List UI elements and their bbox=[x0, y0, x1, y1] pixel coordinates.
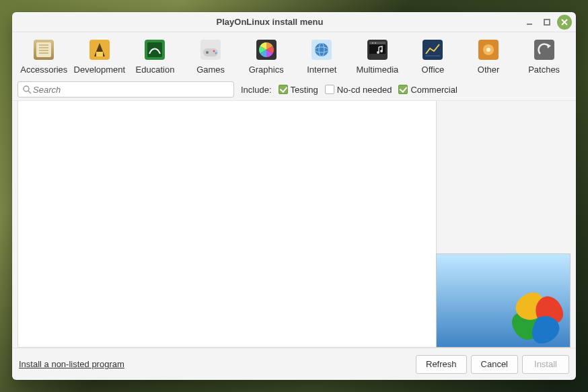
category-label: Development bbox=[74, 65, 126, 75]
search-box[interactable] bbox=[17, 81, 234, 97]
category-graphics[interactable]: Graphics bbox=[238, 38, 294, 76]
development-icon bbox=[89, 39, 110, 61]
svg-point-19 bbox=[215, 52, 217, 54]
games-icon bbox=[200, 39, 221, 61]
svg-point-39 bbox=[24, 86, 29, 91]
checkbox-icon bbox=[325, 85, 334, 94]
main-content bbox=[12, 101, 576, 348]
filter-row: Include: Testing No-cd needed Commercial bbox=[12, 79, 576, 101]
category-label: Graphics bbox=[249, 65, 284, 75]
checkbox-label: No-cd needed bbox=[337, 85, 392, 95]
graphics-icon bbox=[256, 39, 277, 61]
cancel-button[interactable]: Cancel bbox=[471, 355, 518, 374]
category-label: Education bbox=[136, 65, 175, 75]
category-education[interactable]: Education bbox=[127, 38, 183, 76]
category-patches[interactable]: Patches bbox=[516, 38, 572, 76]
svg-rect-37 bbox=[534, 40, 554, 60]
category-label: Patches bbox=[528, 65, 560, 75]
svg-rect-1 bbox=[544, 19, 550, 25]
include-testing-checkbox[interactable]: Testing bbox=[279, 85, 318, 95]
detail-pane bbox=[437, 101, 571, 348]
category-multimedia[interactable]: Multimedia bbox=[350, 38, 406, 76]
category-label: Internet bbox=[307, 65, 336, 75]
svg-rect-14 bbox=[147, 42, 162, 57]
titlebar: PlayOnLinux install menu bbox=[12, 12, 576, 32]
search-icon bbox=[22, 85, 32, 94]
category-toolbar: Accessories Development Education Games bbox=[12, 32, 576, 79]
category-label: Other bbox=[478, 65, 500, 75]
accessories-icon bbox=[33, 39, 54, 61]
search-input[interactable] bbox=[32, 84, 229, 95]
install-nonlisted-link[interactable]: Install a non-listed program bbox=[19, 359, 124, 369]
svg-point-17 bbox=[206, 51, 209, 54]
patches-icon bbox=[534, 39, 555, 61]
refresh-button[interactable]: Refresh bbox=[416, 355, 467, 374]
install-button[interactable]: Install bbox=[522, 355, 569, 374]
window-close-button[interactable] bbox=[557, 15, 572, 30]
category-label: Office bbox=[422, 65, 445, 75]
svg-rect-27 bbox=[369, 42, 385, 44]
education-icon bbox=[144, 39, 166, 61]
svg-point-36 bbox=[486, 48, 490, 52]
checkbox-label: Commercial bbox=[410, 85, 457, 95]
program-list[interactable] bbox=[17, 101, 437, 348]
include-label: Include: bbox=[241, 85, 272, 95]
svg-point-28 bbox=[372, 42, 373, 44]
svg-point-22 bbox=[315, 43, 328, 56]
category-label: Accessories bbox=[20, 65, 67, 75]
category-label: Games bbox=[196, 65, 225, 75]
svg-rect-12 bbox=[96, 52, 103, 56]
install-window: PlayOnLinux install menu Accessories Dev… bbox=[12, 12, 576, 380]
window-minimize-button[interactable] bbox=[522, 15, 537, 30]
svg-point-30 bbox=[377, 51, 379, 54]
window-maximize-button[interactable] bbox=[540, 15, 554, 30]
svg-line-40 bbox=[28, 91, 31, 93]
category-label: Multimedia bbox=[356, 65, 398, 75]
checkbox-label: Testing bbox=[291, 85, 318, 95]
svg-point-31 bbox=[380, 50, 383, 52]
category-games[interactable]: Games bbox=[183, 38, 239, 76]
internet-icon bbox=[311, 39, 332, 61]
checkbox-icon bbox=[279, 85, 288, 94]
include-commercial-checkbox[interactable]: Commercial bbox=[398, 85, 457, 95]
svg-point-29 bbox=[375, 42, 376, 44]
svg-point-18 bbox=[213, 50, 215, 52]
office-icon bbox=[422, 39, 443, 61]
category-other[interactable]: Other bbox=[461, 38, 517, 76]
other-icon bbox=[478, 39, 499, 61]
checkbox-icon bbox=[398, 85, 408, 94]
category-office[interactable]: Office bbox=[405, 38, 461, 76]
multimedia-icon bbox=[367, 39, 388, 61]
bottom-bar: Install a non-listed program Refresh Can… bbox=[12, 348, 576, 380]
window-title: PlayOnLinux install menu bbox=[20, 17, 519, 27]
category-development[interactable]: Development bbox=[72, 38, 128, 76]
include-nocd-checkbox[interactable]: No-cd needed bbox=[325, 85, 392, 95]
playonlinux-logo bbox=[436, 253, 571, 348]
category-internet[interactable]: Internet bbox=[294, 38, 350, 76]
category-accessories[interactable]: Accessories bbox=[16, 38, 72, 76]
